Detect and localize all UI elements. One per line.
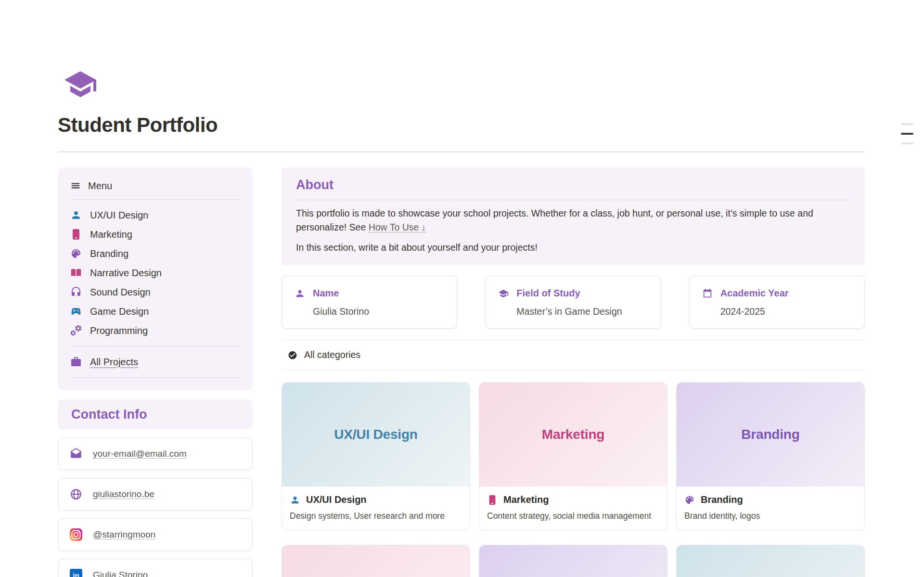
category-banner: UX/UI Design bbox=[282, 383, 470, 487]
academic-year-value: 2024-2025 bbox=[720, 306, 852, 317]
contact-website-link[interactable]: giuliastorino.be bbox=[58, 478, 253, 511]
check-circle-icon bbox=[288, 350, 297, 360]
category-card-partial-2[interactable] bbox=[479, 545, 667, 577]
about-heading: About bbox=[296, 178, 850, 192]
menu-divider bbox=[71, 346, 239, 346]
sidebar-item-all-projects[interactable]: All Projects bbox=[70, 352, 240, 372]
user-icon bbox=[290, 495, 300, 505]
sidebar-item-uxui-design[interactable]: UX/UI Design bbox=[70, 205, 240, 225]
banner-title: Branding bbox=[741, 427, 799, 442]
category-banner bbox=[479, 545, 667, 577]
sidebar-item-narrative-design[interactable]: Narrative Design bbox=[70, 263, 240, 282]
smartphone-icon bbox=[487, 495, 498, 505]
graduation-cap-icon bbox=[58, 67, 103, 102]
category-name: Branding bbox=[701, 494, 743, 505]
globe-icon bbox=[70, 488, 82, 500]
name-card: Name Giulia Storino bbox=[282, 276, 457, 329]
sidebar: Menu UX/UI Design Marketing Branding bbox=[58, 167, 253, 577]
briefcase-icon bbox=[70, 356, 82, 368]
contact-info-heading: Contact Info bbox=[71, 407, 147, 422]
menu-divider bbox=[71, 377, 239, 378]
palette-icon bbox=[684, 495, 695, 505]
field-of-study-card: Field of Study Master’s in Game Design bbox=[485, 276, 661, 329]
filter-label: All categories bbox=[304, 349, 360, 360]
instagram-icon bbox=[70, 528, 82, 541]
menu-toggle[interactable]: Menu bbox=[70, 178, 240, 193]
category-nav: UX/UI Design Marketing Branding Narrativ… bbox=[70, 205, 240, 340]
open-book-icon bbox=[70, 267, 82, 279]
sidebar-item-game-design[interactable]: Game Design bbox=[70, 302, 240, 321]
about-section: About This portfolio is made to showcase… bbox=[282, 167, 865, 265]
category-cards-row: UX/UI Design UX/UI Design Design systems… bbox=[282, 382, 865, 530]
sidebar-item-branding[interactable]: Branding bbox=[70, 244, 240, 263]
field-of-study-value: Master’s in Game Design bbox=[516, 306, 648, 317]
menu-label: Menu bbox=[88, 180, 112, 192]
category-card-partial-3[interactable] bbox=[676, 545, 865, 577]
category-card-branding[interactable]: Branding Branding Brand identity, logos bbox=[676, 382, 865, 530]
graduation-cap-icon bbox=[498, 288, 509, 299]
profile-info-row: Name Giulia Storino Field of Study Maste… bbox=[282, 276, 865, 329]
sidebar-item-sound-design[interactable]: Sound Design bbox=[70, 282, 240, 302]
user-icon bbox=[70, 209, 82, 221]
field-of-study-label: Field of Study bbox=[516, 288, 580, 299]
contact-info-card: Contact Info bbox=[58, 399, 253, 430]
category-description: Design systems, User research and more bbox=[290, 511, 462, 521]
linkedin-icon: in bbox=[70, 569, 82, 577]
main-content: About This portfolio is made to showcase… bbox=[282, 167, 865, 577]
banner-title: UX/UI Design bbox=[334, 427, 417, 442]
hamburger-icon bbox=[70, 180, 81, 191]
calendar-icon bbox=[702, 288, 713, 299]
page-header: Student Portfolio bbox=[58, 67, 865, 153]
menu-divider bbox=[71, 199, 239, 200]
category-description: Content strategy, social media managemen… bbox=[487, 511, 659, 521]
name-label: Name bbox=[313, 288, 339, 299]
category-name: UX/UI Design bbox=[306, 494, 367, 505]
contact-linkedin-link[interactable]: in Giulia Storino bbox=[58, 559, 253, 577]
sidebar-item-programming[interactable]: Programming bbox=[70, 321, 240, 340]
palette-icon bbox=[70, 248, 82, 259]
about-paragraph-2: In this section, write a bit about yours… bbox=[296, 241, 850, 255]
academic-year-card: Academic Year 2024-2025 bbox=[689, 276, 865, 329]
user-icon bbox=[295, 288, 305, 299]
category-banner bbox=[677, 545, 864, 577]
category-banner: Marketing bbox=[479, 383, 667, 487]
student-portfolio-page: Student Portfolio Menu UX/UI Design bbox=[0, 0, 924, 577]
academic-year-label: Academic Year bbox=[720, 288, 789, 299]
about-divider bbox=[296, 200, 850, 200]
category-card-uxui[interactable]: UX/UI Design UX/UI Design Design systems… bbox=[282, 382, 470, 530]
about-paragraph: This portfolio is made to showcase your … bbox=[296, 206, 828, 234]
headphones-icon bbox=[70, 286, 82, 298]
how-to-use-link[interactable]: How To Use ↓ bbox=[369, 222, 426, 232]
category-name: Marketing bbox=[503, 494, 549, 505]
contact-instagram-link[interactable]: @starringmoon bbox=[58, 518, 253, 551]
category-card-partial-1[interactable] bbox=[282, 545, 470, 577]
header-divider bbox=[58, 151, 865, 153]
category-banner bbox=[282, 545, 470, 577]
category-banner: Branding bbox=[677, 383, 864, 487]
page-title: Student Portfolio bbox=[58, 113, 865, 137]
smartphone-icon bbox=[70, 229, 82, 240]
contact-email-link[interactable]: your-email@email.com bbox=[58, 437, 253, 470]
banner-title: Marketing bbox=[542, 427, 604, 442]
sidebar-item-marketing[interactable]: Marketing bbox=[70, 225, 240, 244]
all-categories-filter[interactable]: All categories bbox=[282, 340, 865, 370]
gears-icon bbox=[70, 325, 82, 336]
email-icon bbox=[70, 448, 82, 460]
category-cards-row-2 bbox=[282, 545, 865, 577]
category-card-marketing[interactable]: Marketing Marketing Content strategy, so… bbox=[479, 382, 667, 530]
svg-text:in: in bbox=[73, 571, 79, 577]
menu-card: Menu UX/UI Design Marketing Branding bbox=[58, 167, 253, 390]
name-value: Giulia Storino bbox=[313, 306, 444, 317]
gamepad-icon bbox=[70, 306, 82, 317]
category-description: Brand identity, logos bbox=[684, 511, 857, 521]
